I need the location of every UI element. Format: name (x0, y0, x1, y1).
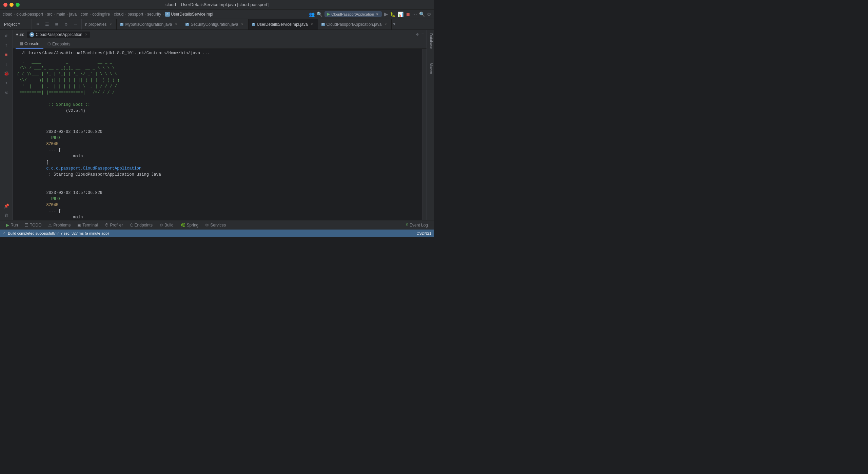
tab-cloudpassport[interactable]: C CloudPassportApplication.java × (318, 19, 392, 30)
split-icon[interactable]: ⊞ (52, 20, 61, 29)
tab-userdetails[interactable]: C UserDetailsServiceImpl.java × (249, 19, 318, 30)
maven-panel-tab[interactable]: Maven (427, 59, 434, 77)
more-tabs-btn[interactable]: ▼ (393, 22, 395, 27)
settings-icon[interactable]: ⚙ (62, 20, 71, 29)
app-window: cloud – UserDetailsServiceImpl.java [clo… (0, 0, 434, 237)
run-tab-close[interactable]: × (85, 32, 87, 37)
project-label[interactable]: Project ▼ (1, 19, 32, 29)
breadcrumb-passport[interactable]: passport (127, 12, 143, 17)
spring-art-line5: ' |____| .__|_| |_|_| |_\__, | / / / / (13, 83, 422, 90)
run-label: Run: (16, 32, 24, 37)
console-tabs: ▤ Console ⬡ Endpoints (13, 39, 427, 49)
project-dropdown-icon[interactable]: ▼ (18, 22, 20, 26)
search-icon[interactable]: 🔍 (419, 12, 425, 17)
more-btn[interactable]: ⋯ (412, 12, 417, 17)
tab-properties[interactable]: n.properties × (82, 19, 117, 30)
breadcrumb-src[interactable]: src (47, 12, 53, 17)
trash-icon[interactable]: 🗑 (2, 211, 11, 220)
breadcrumb-cloud[interactable]: cloud (3, 12, 13, 17)
search-everywhere-icon[interactable]: 🔍 (317, 12, 322, 17)
add-icon[interactable]: ⊕ (33, 20, 42, 29)
tab-properties-label: n.properties (85, 22, 106, 27)
minimize-button[interactable] (9, 3, 14, 7)
debug-btn[interactable]: 🐛 (390, 12, 396, 17)
settings-icon[interactable]: ⚙ (427, 12, 431, 17)
services-btn[interactable]: ⚙ Services (202, 220, 229, 230)
run-config-name: CloudPassportApplication (331, 12, 374, 16)
spring-btn[interactable]: 🌿 Spring (177, 220, 202, 230)
spring-label: Spring (187, 223, 199, 228)
event-log-btn[interactable]: S Event Log (402, 220, 431, 230)
stop-btn[interactable]: ⏹ (406, 12, 410, 17)
scroll-up-icon[interactable]: ↑ (2, 41, 11, 50)
spring-art-line3: ( ( )\___ | '_ | '_| | '_ \/ _` | \ \ \ … (13, 71, 422, 77)
log-line-0: 2023-03-02 13:57:36.820 INFO 87045 --- [… (13, 123, 422, 184)
todo-btn[interactable]: ☰ TODO (21, 220, 45, 230)
tab-mybatis-label: MybatisConfiguration.java (125, 22, 172, 27)
log-line-1: 2023-03-02 13:57:36.829 INFO 87045 --- [… (13, 184, 422, 220)
console-tab-label: Console (24, 41, 39, 46)
stop-icon[interactable]: ■ (2, 50, 11, 59)
todo-icon: ☰ (25, 223, 28, 228)
spring-label-line: :: Spring Boot :: (v2.5.4) (13, 96, 422, 120)
breadcrumb-class[interactable]: UserDetailsServiceImpl (171, 12, 213, 17)
pin-icon[interactable]: 📌 (2, 202, 11, 211)
breadcrumb-security[interactable]: security (147, 12, 161, 17)
tab-mybatis-close[interactable]: × (174, 22, 178, 27)
tab-security[interactable]: C SecurityConfiguration.java × (182, 19, 248, 30)
console-scrollbar[interactable] (422, 49, 427, 220)
window-controls (3, 3, 20, 7)
profiler-btn[interactable]: ⏱ Profiler (101, 220, 126, 230)
tab-cloudpassport-close[interactable]: × (383, 22, 388, 27)
problems-btn[interactable]: ⚠ Problems (45, 220, 74, 230)
right-tool-panels: Database Maven (427, 30, 434, 220)
people-icon[interactable]: 👥 (309, 12, 315, 17)
tab-security-close[interactable]: × (240, 22, 245, 27)
build-label: Build (164, 223, 174, 228)
run-config-dropdown[interactable]: ▼ (375, 12, 379, 16)
console-output[interactable]: /Library/Java/JavaVirtualMachines/jdk1.8… (13, 49, 422, 220)
tab-userdetails-close[interactable]: × (310, 22, 314, 27)
settings-icon2[interactable]: ⚙ (416, 32, 419, 37)
close-button[interactable] (3, 3, 7, 7)
tab-cloudpassport-icon: C (321, 23, 325, 26)
breadcrumb-cloud2[interactable]: cloud (114, 12, 124, 17)
run-app-icon: ▶ (29, 32, 34, 37)
dash-icon[interactable]: — (71, 20, 80, 29)
deploy-icon[interactable]: ⬆ (2, 79, 11, 87)
maximize-button[interactable] (16, 3, 20, 7)
breadcrumb-java[interactable]: java (69, 12, 77, 17)
tab-properties-close[interactable]: × (108, 22, 113, 27)
breadcrumb-cloud-passport[interactable]: cloud-passport (16, 12, 43, 17)
profiler-label: Profiler (110, 223, 123, 228)
run-bottom-btn[interactable]: ▶ Run (3, 220, 21, 230)
tab-security-icon: C (185, 23, 189, 26)
print-icon[interactable]: 🖨 (2, 88, 11, 97)
minimize-panel-icon[interactable]: − (421, 32, 424, 37)
run2-icon[interactable]: 🐞 (2, 69, 11, 78)
build-icon: ⚙ (159, 223, 163, 228)
run-app-name: CloudPassportApplication (36, 32, 82, 37)
console-tab[interactable]: ▤ Console (16, 39, 43, 49)
run-app-tab[interactable]: ▶ CloudPassportApplication × (27, 32, 90, 38)
refresh-icon[interactable]: ↺ (2, 31, 11, 40)
list-icon[interactable]: ☰ (43, 20, 52, 29)
run-config[interactable]: ▶ CloudPassportApplication ▼ (324, 11, 382, 17)
breadcrumb-codingfire[interactable]: codingfire (92, 12, 110, 17)
class-icon: C (165, 12, 170, 17)
endpoints-tab[interactable]: ⬡ Endpoints (43, 39, 74, 49)
run-btn[interactable]: ▶ (384, 11, 388, 17)
endpoints-bottom-btn[interactable]: ⬡ Endpoints (126, 220, 156, 230)
database-panel-tab[interactable]: Database (427, 30, 434, 53)
console-icon: ▤ (20, 41, 23, 46)
scroll-down-icon[interactable]: ↓ (2, 60, 11, 68)
tab-security-label: SecurityConfiguration.java (191, 22, 238, 27)
title-bar: cloud – UserDetailsServiceImpl.java [clo… (0, 0, 434, 9)
breadcrumb-com[interactable]: com (81, 12, 88, 17)
spring-art-line2: /\\ / ___'_ __ _ _(_)_ __ __ _ \ \ \ \ (13, 65, 422, 71)
coverage-btn[interactable]: 📊 (398, 12, 403, 17)
tab-mybatis[interactable]: C MybatisConfiguration.java × (117, 19, 182, 30)
breadcrumb-main[interactable]: main (56, 12, 65, 17)
terminal-btn[interactable]: ▣ Terminal (74, 220, 101, 230)
build-btn[interactable]: ⚙ Build (156, 220, 177, 230)
